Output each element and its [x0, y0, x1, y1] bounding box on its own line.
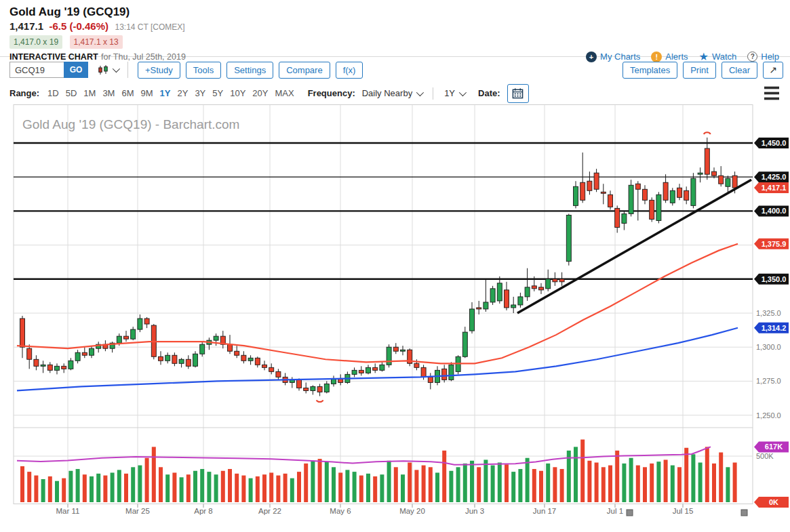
chart-type-dropdown[interactable] — [98, 64, 118, 76]
range-list: 1D5D1M3M6M9M1Y2Y3Y5Y10Y20YMAX — [47, 88, 294, 98]
rangebar-divider — [433, 87, 433, 100]
range-option-max[interactable]: MAX — [275, 88, 294, 98]
svg-text:1,275.0: 1,275.0 — [756, 377, 781, 385]
expand-chart-button[interactable]: ↗ — [763, 62, 783, 79]
plus-circle-icon: + — [586, 52, 597, 62]
frequency-label: Frequency: — [308, 88, 355, 98]
svg-text:1,417.1: 1,417.1 — [762, 184, 787, 192]
ask-badge: 1,417.1 x 13 — [70, 35, 123, 49]
templates-button[interactable]: Templates — [623, 62, 677, 79]
symbol-input[interactable] — [9, 62, 64, 78]
interactive-price-chart[interactable]: Mar 11Mar 25Apr 8Apr 22May 6May 20Jun 3J… — [0, 104, 790, 524]
quote-header: Gold Aug '19 (GCQ19) 1,417.1 -6.5 (-0.46… — [0, 0, 790, 57]
study-button[interactable]: +Study — [138, 62, 180, 79]
go-button[interactable]: GO — [64, 62, 88, 78]
range-option-9m[interactable]: 9M — [141, 88, 153, 98]
svg-text:617K: 617K — [765, 443, 783, 451]
svg-text:1,375.9: 1,375.9 — [762, 240, 787, 248]
chevron-down-icon — [113, 65, 120, 73]
range-option-6m[interactable]: 6M — [121, 88, 134, 98]
range-frequency-bar: Range: 1D5D1M3M6M9M1Y2Y3Y5Y10Y20YMAX Fre… — [0, 82, 790, 104]
svg-text:Mar 25: Mar 25 — [125, 507, 150, 515]
range-option-2y[interactable]: 2Y — [177, 88, 188, 98]
svg-text:1,425.0: 1,425.0 — [762, 173, 787, 181]
range-option-5d[interactable]: 5D — [66, 88, 77, 98]
chart-menu-icon[interactable] — [764, 86, 781, 101]
frequency-value: Daily Nearby — [362, 88, 412, 98]
interactive-chart-label: INTERACTIVE CHART — [9, 52, 98, 62]
svg-text:Jun 17: Jun 17 — [533, 507, 557, 515]
range-option-3y[interactable]: 3Y — [195, 88, 205, 98]
expand-arrow-icon: ↗ — [769, 64, 777, 75]
range-option-10y[interactable]: 10Y — [230, 88, 245, 98]
frequency-dropdown[interactable]: Daily Nearby — [362, 88, 422, 98]
svg-text:Jun 3: Jun 3 — [465, 507, 484, 515]
range-option-1y[interactable]: 1Y — [160, 88, 171, 98]
settings-button[interactable]: Settings — [226, 62, 273, 79]
svg-text:1,400.0: 1,400.0 — [762, 207, 787, 215]
candlestick-chart-canvas[interactable]: Mar 11Mar 25Apr 8Apr 22May 6May 20Jun 3J… — [0, 104, 790, 521]
tools-button[interactable]: Tools — [186, 62, 221, 79]
range-option-1d[interactable]: 1D — [47, 88, 59, 98]
range-option-3m[interactable]: 3M — [102, 88, 115, 98]
range-option-20y[interactable]: 20Y — [252, 88, 268, 98]
quote-time: 13:14 CT [COMEX] — [115, 22, 185, 32]
last-price: 1,417.1 — [9, 20, 43, 32]
chart-date-label: for Thu, Jul 25th, 2019 — [101, 52, 186, 62]
svg-text:Jul 1: Jul 1 — [607, 507, 623, 515]
chevron-down-icon — [416, 88, 424, 96]
range-label: Range: — [9, 88, 39, 98]
range-option-1m[interactable]: 1M — [83, 88, 96, 98]
svg-text:May 20: May 20 — [399, 507, 425, 515]
calendar-icon — [512, 87, 524, 99]
svg-text:1,325.0: 1,325.0 — [756, 309, 781, 317]
barchart-interactive-chart-page: Gold Aug '19 (GCQ19) 1,417.1 -6.5 (-0.46… — [0, 0, 790, 524]
svg-text:0K: 0K — [769, 498, 778, 506]
clear-button[interactable]: Clear — [722, 62, 757, 79]
svg-text:Mar 11: Mar 11 — [56, 507, 80, 515]
star-icon: ★ — [699, 52, 709, 62]
fx-button[interactable]: f(x) — [336, 62, 363, 79]
date-label: Date: — [478, 88, 500, 98]
compare-button[interactable]: Compare — [279, 62, 330, 79]
svg-text:Apr 22: Apr 22 — [258, 507, 281, 515]
svg-text:Jul 15: Jul 15 — [673, 507, 694, 515]
svg-text:500K: 500K — [756, 452, 774, 460]
toolbar-divider — [127, 62, 128, 78]
question-icon: ? — [747, 52, 757, 62]
page-title: Gold Aug '19 (GCQ19) — [9, 5, 781, 19]
svg-text:1,250.0: 1,250.0 — [756, 411, 781, 420]
svg-text:1,300.0: 1,300.0 — [756, 343, 781, 351]
svg-text:1,350.0: 1,350.0 — [762, 275, 787, 283]
candlestick-icon — [98, 64, 109, 76]
svg-text:Apr 8: Apr 8 — [194, 507, 213, 515]
price-change: -6.5 (-0.46%) — [50, 20, 109, 32]
alert-icon: ! — [651, 52, 662, 62]
range-option-5y[interactable]: 5Y — [212, 88, 223, 98]
period-dropdown[interactable]: 1Y — [444, 88, 465, 98]
svg-text:May 6: May 6 — [330, 507, 351, 515]
svg-text:1,314.2: 1,314.2 — [762, 324, 787, 332]
print-button[interactable]: Print — [683, 62, 716, 79]
chevron-down-icon — [459, 88, 467, 96]
date-picker-button[interactable] — [507, 84, 529, 103]
bid-badge: 1,417.0 x 19 — [9, 35, 62, 49]
svg-text:Gold Aug '19 (GCQ19) - Barchar: Gold Aug '19 (GCQ19) - Barchart.com — [22, 117, 239, 131]
svg-text:1,450.0: 1,450.0 — [762, 139, 787, 147]
period-value: 1Y — [444, 88, 455, 98]
